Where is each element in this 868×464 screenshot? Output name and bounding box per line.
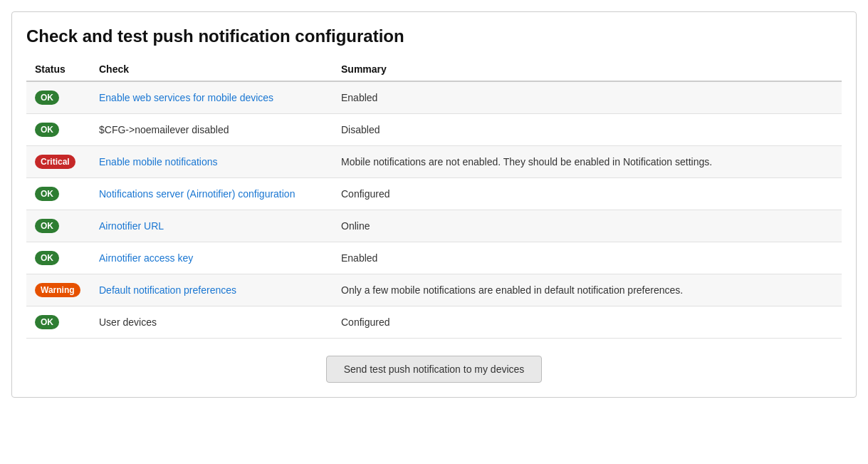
check-cell[interactable]: Airnotifier URL	[90, 210, 333, 242]
check-cell[interactable]: Default notification preferences	[90, 274, 333, 306]
status-badge: Critical	[35, 155, 75, 169]
status-badge: OK	[35, 187, 59, 201]
status-badge: OK	[35, 123, 59, 137]
status-cell: OK	[26, 114, 90, 146]
status-badge: OK	[35, 91, 59, 105]
status-cell: Warning	[26, 274, 90, 306]
summary-cell: Disabled	[333, 114, 842, 146]
status-cell: OK	[26, 178, 90, 210]
status-badge: OK	[35, 315, 59, 329]
table-row: OKAirnotifier access keyEnabled	[26, 242, 842, 274]
table-row: OK$CFG->noemailever disabledDisabled	[26, 114, 842, 146]
summary-cell: Enabled	[333, 81, 842, 114]
status-badge: OK	[35, 251, 59, 265]
check-cell: $CFG->noemailever disabled	[90, 114, 333, 146]
table-row: OKNotifications server (Airnotifier) con…	[26, 178, 842, 210]
check-cell[interactable]: Enable web services for mobile devices	[90, 81, 333, 114]
table-row: WarningDefault notification preferencesO…	[26, 274, 842, 306]
page-title: Check and test push notification configu…	[26, 26, 842, 46]
check-cell[interactable]: Enable mobile notifications	[90, 146, 333, 178]
check-cell[interactable]: Notifications server (Airnotifier) confi…	[90, 178, 333, 210]
check-link[interactable]: Airnotifier access key	[99, 252, 193, 264]
status-cell: OK	[26, 306, 90, 339]
status-badge: Warning	[35, 283, 80, 297]
summary-cell: Configured	[333, 306, 842, 339]
footer: Send test push notification to my device…	[26, 356, 842, 383]
status-badge: OK	[35, 219, 59, 233]
summary-cell: Online	[333, 210, 842, 242]
check-cell[interactable]: Airnotifier access key	[90, 242, 333, 274]
check-table: Status Check Summary OKEnable web servic…	[26, 58, 842, 339]
summary-cell: Configured	[333, 178, 842, 210]
send-test-notification-button[interactable]: Send test push notification to my device…	[326, 356, 543, 383]
status-cell: OK	[26, 81, 90, 114]
check-cell: User devices	[90, 306, 333, 339]
check-link[interactable]: Airnotifier URL	[99, 220, 164, 232]
table-row: OKUser devicesConfigured	[26, 306, 842, 339]
check-link[interactable]: Notifications server (Airnotifier) confi…	[99, 188, 295, 200]
summary-cell: Enabled	[333, 242, 842, 274]
table-row: OKAirnotifier URLOnline	[26, 210, 842, 242]
status-cell: OK	[26, 242, 90, 274]
header-status: Status	[26, 58, 90, 81]
table-header-row: Status Check Summary	[26, 58, 842, 81]
check-link[interactable]: Enable web services for mobile devices	[99, 92, 273, 103]
summary-cell: Mobile notifications are not enabled. Th…	[333, 146, 842, 178]
table-row: CriticalEnable mobile notificationsMobil…	[26, 146, 842, 178]
header-summary: Summary	[333, 58, 842, 81]
table-row: OKEnable web services for mobile devices…	[26, 81, 842, 114]
check-link[interactable]: Enable mobile notifications	[99, 156, 218, 167]
status-cell: Critical	[26, 146, 90, 178]
check-link[interactable]: Default notification preferences	[99, 284, 236, 296]
status-cell: OK	[26, 210, 90, 242]
main-container: Check and test push notification configu…	[11, 11, 857, 398]
header-check: Check	[90, 58, 333, 81]
summary-cell: Only a few mobile notifications are enab…	[333, 274, 842, 306]
